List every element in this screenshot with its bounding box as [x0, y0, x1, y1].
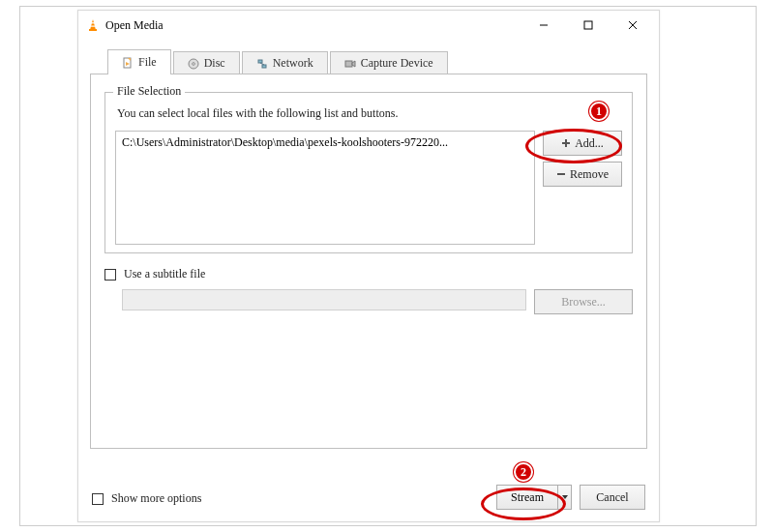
svg-rect-5 [584, 21, 592, 29]
svg-rect-3 [89, 29, 97, 31]
tab-network[interactable]: Network [242, 51, 328, 74]
tab-panel-file: File Selection You can select local file… [90, 74, 647, 449]
tab-strip: File Disc Network Capture Device [107, 49, 647, 74]
stream-dropdown-arrow[interactable] [557, 486, 571, 509]
tab-capture[interactable]: Capture Device [330, 51, 448, 74]
remove-button[interactable]: Remove [543, 162, 622, 187]
client-area: File Disc Network Capture Device [78, 40, 659, 521]
file-list-item[interactable]: C:\Users\Administrator\Desktop\media\pex… [122, 135, 528, 150]
svg-rect-1 [91, 22, 95, 23]
title-bar: Open Media [78, 11, 659, 40]
file-list[interactable]: C:\Users\Administrator\Desktop\media\pex… [115, 131, 535, 245]
network-icon [256, 58, 268, 70]
minus-icon [556, 169, 566, 179]
close-button[interactable] [610, 11, 655, 40]
show-more-checkbox[interactable] [92, 493, 104, 505]
tab-disc[interactable]: Disc [173, 51, 240, 74]
maximize-button[interactable] [566, 11, 610, 40]
cancel-button-label: Cancel [596, 490, 628, 505]
svg-rect-13 [258, 60, 262, 63]
svg-marker-0 [90, 19, 96, 30]
plus-icon [561, 138, 571, 148]
vlc-cone-icon [86, 18, 100, 32]
show-more-label: Show more options [111, 491, 201, 506]
stream-button-label[interactable]: Stream [497, 486, 557, 509]
add-button[interactable]: Add... [543, 131, 622, 156]
tab-file-label: File [138, 55, 157, 70]
chevron-down-icon [561, 493, 569, 501]
browse-button-label: Browse... [561, 295, 606, 310]
cancel-button[interactable]: Cancel [580, 485, 645, 510]
footer-buttons: Stream Cancel [496, 485, 645, 510]
remove-button-label: Remove [570, 167, 609, 182]
browse-button: Browse... [534, 289, 633, 314]
footer-row: Show more options [92, 491, 201, 506]
file-selection-title: File Selection [113, 84, 185, 99]
stream-button[interactable]: Stream [496, 485, 572, 510]
file-selection-hint: You can select local files with the foll… [117, 106, 622, 121]
minimize-button[interactable] [521, 11, 566, 40]
file-icon [122, 57, 134, 69]
use-subtitle-checkbox[interactable] [104, 269, 116, 281]
tab-network-label: Network [273, 56, 313, 71]
window-title: Open Media [105, 18, 521, 33]
svg-rect-2 [91, 26, 96, 27]
svg-rect-14 [262, 65, 266, 68]
svg-point-12 [192, 62, 194, 65]
open-media-window: Open Media File [77, 10, 660, 522]
use-subtitle-label: Use a subtitle file [124, 267, 205, 281]
add-button-label: Add... [575, 136, 604, 151]
subtitle-path-input [122, 289, 526, 310]
window-controls [521, 11, 655, 40]
tab-capture-label: Capture Device [361, 56, 433, 71]
svg-marker-21 [562, 495, 568, 499]
capture-icon [344, 58, 356, 70]
tab-disc-label: Disc [204, 56, 225, 71]
file-selection-group: File Selection You can select local file… [104, 92, 633, 253]
svg-rect-16 [345, 61, 352, 67]
disc-icon [188, 58, 199, 70]
tab-file[interactable]: File [107, 49, 171, 74]
